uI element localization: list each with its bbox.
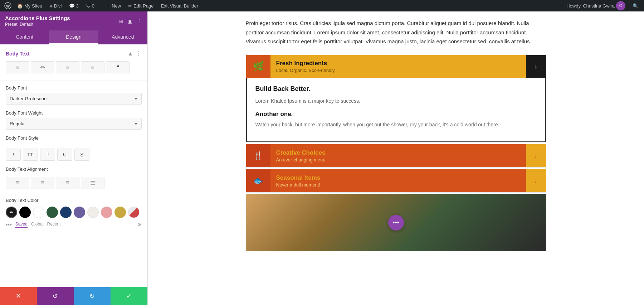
tab-design[interactable]: Design [49, 30, 98, 44]
color-swatch-black[interactable] [19, 207, 31, 218]
speech-bubble-menu[interactable]: 🗨 0 [83, 0, 97, 11]
color-tab-recent[interactable]: Recent [47, 222, 61, 228]
accordion-fresh-body-title: Build Back Better. [255, 85, 537, 93]
align-left-button[interactable]: ≡ [6, 61, 29, 73]
underline-button[interactable]: U [57, 149, 72, 161]
color-swatch-gold[interactable] [114, 207, 126, 218]
color-tab-global[interactable]: Global [31, 222, 44, 228]
left-panel: Accordions Plus Settings Preset: Default… [0, 11, 148, 305]
accordion-seasonal-header[interactable]: 🐟 Seasonal Items Never a dull moment! ↓ [246, 169, 546, 192]
color-tab-saved[interactable]: Saved [15, 222, 28, 228]
pencil-icon: ✏ [128, 3, 132, 9]
comments-icon: 💬 [69, 3, 75, 9]
accordion-fresh-toggle[interactable]: ↓ [526, 55, 546, 78]
accordion-seasonal-toggle[interactable]: ↓ [526, 169, 546, 192]
accordion-creative-toggle[interactable]: ↓ [526, 144, 546, 167]
new-menu[interactable]: ＋ + New [99, 0, 124, 11]
text-align-left-button[interactable]: ≡ [6, 177, 29, 189]
main-layout: Accordions Plus Settings Preset: Default… [0, 11, 644, 305]
body-text-color-section: Body Text Color ✒ ••• [0, 195, 147, 234]
wordpress-icon[interactable]: W [3, 1, 13, 11]
accordion-fresh-body: Build Back Better. Lorem Khaled Ipsum is… [246, 78, 546, 142]
color-swatch-white[interactable] [33, 207, 44, 218]
intro-text: Proin eget tortor risus. Cras ultricies … [246, 19, 546, 46]
body-font-field: Body Font Darker Grotesque [0, 82, 147, 107]
align-link-button[interactable]: ✏ [31, 61, 54, 73]
text-alignment-row: ≡ ✏ ≡ ≡ ❝ [0, 61, 147, 79]
accordion-creative-header[interactable]: 🍴 Creative Choices An ever-changing menu… [246, 144, 546, 167]
text-align-center-button[interactable]: ≡ [31, 177, 54, 189]
color-swatch-dark-green[interactable] [47, 207, 58, 218]
color-swatch-diagonal[interactable] [128, 207, 140, 218]
cancel-button[interactable]: ✕ [0, 287, 37, 305]
page-content: Proin eget tortor risus. Cras ultricies … [217, 11, 575, 258]
text-align-justify-button[interactable]: ☰ [81, 177, 104, 189]
undo-icon: ↺ [53, 292, 58, 300]
body-font-select[interactable]: Darker Grotesque [6, 93, 142, 105]
dots-icon: ••• [392, 219, 399, 227]
capitalize-button[interactable]: Tt [40, 149, 55, 161]
align-quote-button[interactable]: ❝ [106, 61, 130, 73]
strikethrough-button[interactable]: S [74, 149, 89, 161]
search-button[interactable]: 🔍 [630, 0, 641, 11]
comments-menu[interactable]: 💬 3 [66, 0, 82, 11]
body-text-alignment-field: Body Text Alignment [0, 164, 147, 177]
color-swatch-pink[interactable] [101, 207, 112, 218]
panel-content: Body Text ▲ ⋮ ≡ ✏ ≡ ≡ ❝ Body Font Darker… [0, 44, 147, 287]
panel-resize-icon[interactable]: ⊞ [118, 18, 124, 25]
body-font-style-label: Body Font Style [6, 135, 142, 141]
allcaps-button[interactable]: TT [23, 149, 38, 161]
color-swatch-dark-blue[interactable] [60, 207, 72, 218]
chevron-down-icon: ↓ [534, 152, 537, 160]
divi-menu[interactable]: ◈ Divi [47, 0, 65, 11]
food-dots-button[interactable]: ••• [388, 215, 404, 231]
tab-content[interactable]: Content [0, 30, 49, 44]
svg-text:W: W [6, 4, 10, 8]
color-settings-icon[interactable]: ⚙ [137, 222, 142, 228]
accordion-fresh-body-text1: Lorem Khaled Ipsum is a major key to suc… [255, 97, 537, 105]
save-button[interactable]: ✓ [111, 287, 147, 305]
chevron-down-icon: ↓ [534, 63, 537, 70]
panel-more-icon[interactable]: ⋮ [136, 18, 142, 25]
body-font-weight-label: Body Font Weight [6, 110, 142, 116]
body-font-style-field: Body Font Style [0, 132, 147, 146]
color-swatch-cream[interactable] [87, 207, 99, 218]
color-swatch-purple[interactable] [74, 207, 85, 218]
accordion-seasonal-items: 🐟 Seasonal Items Never a dull moment! ↓ [246, 169, 546, 193]
panel-footer: ✕ ↺ ↻ ✓ [0, 287, 147, 305]
howdy-menu[interactable]: Howdy, Christina Gwira C [564, 0, 628, 11]
panel-title: Accordions Plus Settings [5, 15, 70, 21]
accordion-creative-icon: 🍴 [246, 144, 270, 167]
my-sites-menu[interactable]: 🏠 My Sites [14, 0, 45, 11]
color-swatches: ✒ [6, 207, 142, 218]
panel-preset: Preset: Default [5, 22, 70, 27]
more-dots[interactable]: ••• [6, 222, 12, 228]
tab-advanced[interactable]: Advanced [98, 30, 147, 44]
accordion-fresh-ingredients: 🌿 Fresh Ingredients Local. Organic. Eco-… [246, 55, 546, 143]
panel-tabs: Content Design Advanced [0, 30, 147, 44]
accordion-fresh-subtitle: Local. Organic. Eco-Friendly. [276, 68, 520, 73]
undo-button[interactable]: ↺ [37, 287, 74, 305]
exit-visual-builder-button[interactable]: Exit Visual Builder [158, 0, 201, 11]
body-text-color-label: Body Text Color [6, 198, 142, 203]
body-font-weight-select[interactable]: Regular [6, 118, 142, 130]
accordion-seasonal-subtitle: Never a dull moment! [276, 182, 520, 188]
admin-bar-right: Howdy, Christina Gwira C 🔍 [564, 0, 641, 11]
panel-layout-icon[interactable]: ▣ [127, 18, 133, 25]
accordion-seasonal-title-area: Seasonal Items Never a dull moment! [270, 170, 526, 192]
accordion-fresh-header[interactable]: 🌿 Fresh Ingredients Local. Organic. Eco-… [246, 55, 546, 78]
color-picker-button[interactable]: ✒ [6, 207, 17, 218]
collapse-icon[interactable]: ▲ [127, 50, 133, 57]
text-align-right-button[interactable]: ≡ [56, 177, 79, 189]
edit-page-button[interactable]: ✏ Edit Page [125, 0, 156, 11]
italic-button[interactable]: I [6, 149, 21, 161]
accordion-creative-title: Creative Choices [276, 149, 520, 156]
more-options-icon[interactable]: ⋮ [136, 50, 142, 57]
cancel-icon: ✕ [16, 292, 21, 300]
accordion-creative-subtitle: An ever-changing menu [276, 157, 520, 163]
food-image-section: ••• [246, 194, 546, 251]
align-right-button[interactable]: ≡ [81, 61, 104, 73]
panel-header-left: Accordions Plus Settings Preset: Default [5, 15, 70, 27]
align-center-button[interactable]: ≡ [56, 61, 79, 73]
redo-button[interactable]: ↻ [74, 287, 111, 305]
